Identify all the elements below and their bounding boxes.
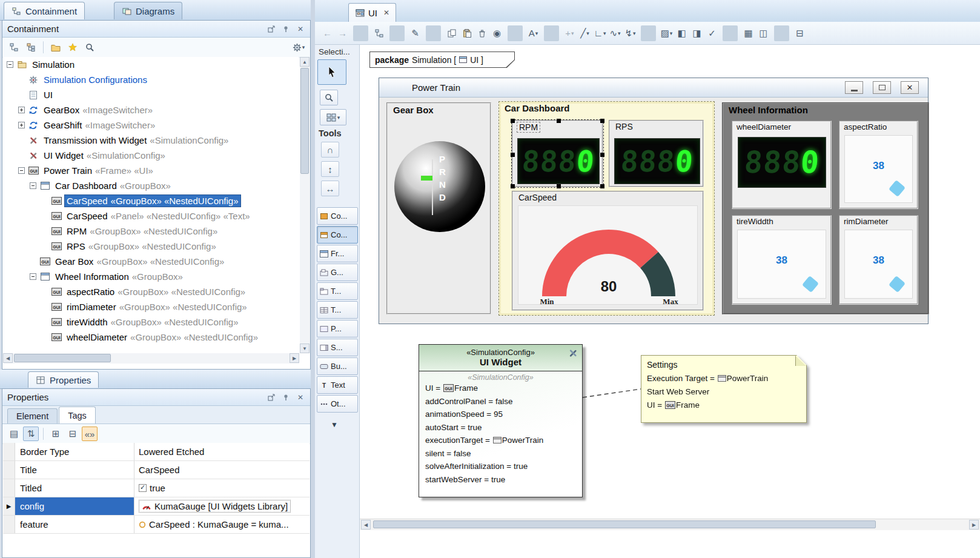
selection-handle[interactable] (600, 153, 604, 157)
toolbar-11[interactable]: ▾ (508, 25, 523, 41)
toolbar-validation[interactable]: ✓▾ (704, 25, 720, 41)
toolbar-back[interactable]: ←▾ (320, 25, 335, 41)
category-other-tool[interactable]: Ot... (317, 395, 358, 413)
wheel-box-aspectratio[interactable]: aspectRatio 38 38 (839, 121, 918, 209)
tab-diagrams[interactable]: Diagrams (114, 2, 182, 19)
toolbar-6[interactable]: ▾ (426, 25, 441, 41)
expander-icon[interactable] (30, 182, 36, 189)
toolbar-forward[interactable]: →▾ (335, 25, 350, 41)
category-tabbedpane-tool[interactable]: T... (317, 282, 358, 300)
containment-toolbar-quick-filter[interactable]: ▾ (23, 40, 39, 55)
toolbar-add-shape[interactable]: +▾ (562, 25, 577, 41)
property-value[interactable]: KumaGauge [UI Widgets Library] (154, 501, 288, 511)
tree-item-aspectratio[interactable]: GUI aspectRatio«GroupBox» «NestedUIConfi… (3, 284, 299, 299)
expander-icon[interactable] (18, 167, 25, 174)
gear-shifter-widget[interactable]: PRND (394, 141, 485, 232)
containment-toolbar-collapse-all[interactable]: ▾ (6, 40, 22, 55)
toolbar-24[interactable]: ▾ (723, 25, 738, 41)
toolbar-zigzag-line[interactable]: ↯▾ (623, 25, 638, 41)
close-panel-icon[interactable]: ✕ (296, 24, 305, 34)
category-groupbox-tool[interactable]: G... (317, 264, 358, 281)
tree-item-power-train[interactable]: GUI Power Train«Frame» «UI» (3, 163, 299, 178)
tool-horizontal-space[interactable]: ↔ (321, 181, 339, 196)
containment-toolbar-search[interactable]: ▾ (82, 40, 98, 55)
settings-note[interactable]: Settings Execution Target = PowerTrainSt… (641, 355, 807, 423)
gear-box-group[interactable]: Gear Box PRND (386, 102, 491, 314)
toolbar-27[interactable]: ▾ (774, 25, 789, 41)
tree-horizontal-scrollbar[interactable]: ◀ ▶ (3, 353, 299, 364)
category-panel-tool[interactable]: P... (317, 320, 358, 337)
expander-icon[interactable] (18, 122, 25, 128)
pin-panel-icon[interactable] (281, 24, 291, 34)
close-tab-icon[interactable]: ✕ (383, 8, 389, 17)
float-panel-icon[interactable] (267, 393, 276, 402)
zoom-select-button[interactable] (320, 90, 338, 105)
close-panel-icon[interactable]: ✕ (296, 393, 305, 402)
tree-item-transmission-with-widget[interactable]: Transmission with Widget«SimulationConfi… (3, 133, 299, 148)
property-value[interactable]: CarSpeed (139, 465, 180, 475)
wheel-box-wheeldiameter[interactable]: wheelDiameter 8880 0 (732, 121, 832, 209)
power-train-frame[interactable]: Power Train ✕ Gear Box PRND (379, 78, 929, 324)
tool-vertical-space[interactable]: ↕ (321, 161, 339, 177)
expander-icon[interactable] (7, 61, 13, 68)
tags-toolbar-sort-alphabetically[interactable]: ⇅▾ (23, 427, 39, 441)
tree-item-simulation-configurations[interactable]: Simulation Configurations (3, 72, 299, 87)
toolbar-show-containment[interactable]: ▾ (371, 25, 386, 41)
toolbar-2[interactable]: ▾ (353, 25, 368, 41)
tree-item-tirewiddth[interactable]: GUI tireWiddth«GroupBox» «NestedUIConfig… (3, 314, 299, 330)
toolbar-rectilinear-line[interactable]: ╱▾ (577, 25, 592, 41)
property-row-config[interactable]: config KumaGauge [UI Widgets Library] (3, 497, 310, 516)
toolbar-specification[interactable]: ✎▾ (408, 25, 423, 41)
car-dashboard-group[interactable]: Car Dashboard RPM 8880 (498, 101, 715, 316)
containment-settings-button[interactable]: ▾ (291, 40, 306, 55)
tree-item-ui-widget[interactable]: UI Widget«SimulationConfig» (3, 148, 299, 163)
property-row-border-type[interactable]: Border Type Lowered Etched (3, 443, 310, 461)
property-value[interactable]: CarSpeed : KumaGauge = kuma... (149, 519, 289, 530)
selection-handle[interactable] (600, 184, 604, 188)
toolbar-bring-to-front[interactable]: ◧▾ (674, 25, 689, 41)
tree-item-rpm[interactable]: GUI RPM«GroupBox» «NestedUIConfig» (3, 224, 299, 239)
containment-toolbar-open-in-new-tree[interactable]: ▾ (48, 40, 64, 55)
containment-toolbar-favorites[interactable]: ▾ (65, 40, 81, 55)
toolbar-oblique-line[interactable]: ∟▾ (592, 25, 608, 41)
toolbar-fill-color[interactable]: ▨▾ (659, 25, 674, 41)
tree-item-wheeldiameter[interactable]: GUI wheelDiameter«GroupBox» «NestedUICon… (3, 330, 299, 345)
property-value[interactable]: Lowered Etched (139, 447, 204, 457)
wheel-box-tirewiddth[interactable]: tireWiddth 38 38 (732, 215, 832, 305)
ui-widget-classbox[interactable]: «SimulationConfig» UI Widget «Simulation… (419, 344, 583, 497)
tab-ui-diagram[interactable]: UI ✕ (348, 3, 396, 22)
checkbox-icon[interactable] (139, 484, 147, 492)
tags-toolbar-expand-nodes[interactable]: ⊞▾ (48, 427, 64, 441)
category-containers[interactable]: Co... (317, 226, 358, 244)
car-speed-group[interactable]: CarSpeed 80 Min Max (512, 191, 704, 311)
wheel-information-group[interactable]: Wheel Information wheelDiameter 8880 0 a… (722, 102, 929, 314)
toolbar-paste[interactable]: ▾ (459, 25, 474, 41)
wheel-box-rimdiameter[interactable]: rimDiameter 38 38 (839, 215, 918, 305)
toolbar-show-panels[interactable]: ◫▾ (756, 25, 771, 41)
category-frame-tool[interactable]: Fr... (317, 245, 358, 262)
tags-toolbar-2[interactable]: ▾ (43, 428, 44, 440)
grid-tool-button[interactable]: ▾ (320, 109, 346, 125)
scroll-left-icon[interactable]: ◀ (361, 520, 371, 530)
tags-toolbar-collapse-nodes[interactable]: ⊟▾ (65, 427, 81, 441)
scrollbar-thumb[interactable] (14, 354, 111, 362)
tab-properties[interactable]: Properties (28, 371, 99, 388)
tab-element[interactable]: Element (7, 408, 58, 423)
pin-panel-icon[interactable] (281, 393, 291, 402)
float-panel-icon[interactable] (267, 24, 276, 34)
property-row-title[interactable]: Title CarSpeed (3, 461, 310, 479)
selection-tool-button[interactable] (317, 59, 346, 85)
category-table-tool[interactable]: T... (317, 301, 358, 319)
property-value[interactable]: true (150, 483, 165, 493)
tree-vertical-scrollbar[interactable]: ▲ ▼ (300, 57, 310, 353)
scroll-down-icon[interactable]: ▼ (300, 344, 310, 353)
scroll-up-icon[interactable]: ▲ (300, 57, 310, 67)
category-text-tool[interactable]: T Text (317, 376, 358, 394)
toolbar-stamp-mode[interactable]: ◉▾ (489, 25, 505, 41)
tree-item-rps[interactable]: GUI RPS«GroupBox» «NestedUIConfig» (3, 239, 299, 254)
tab-containment[interactable]: Containment (4, 2, 85, 19)
toolbar-send-to-back[interactable]: ◨▾ (689, 25, 704, 41)
tree-item-simulation[interactable]: Simulation (3, 57, 299, 72)
scroll-right-icon[interactable]: ▶ (969, 520, 979, 530)
property-row-feature[interactable]: feature CarSpeed : KumaGauge = kuma... (3, 516, 310, 534)
